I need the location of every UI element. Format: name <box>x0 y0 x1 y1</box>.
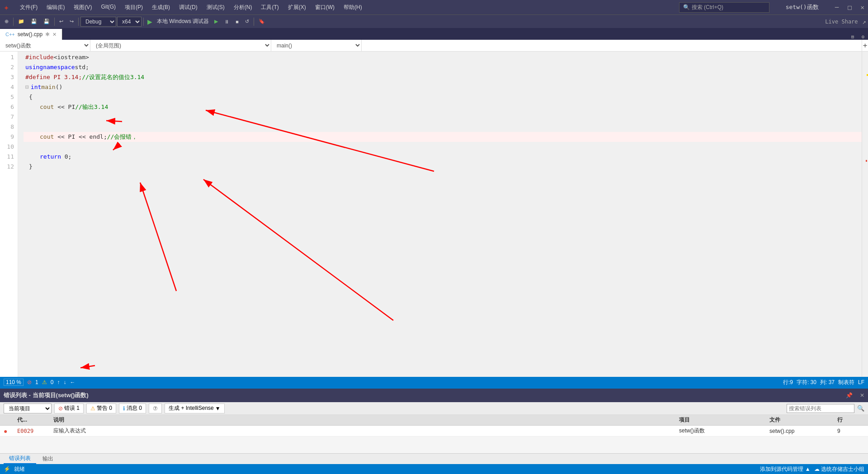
toolbar-restart-btn[interactable]: ↺ <box>242 18 252 25</box>
menu-analyze[interactable]: 分析(N) <box>230 3 256 12</box>
panel-pin-btn[interactable]: ⊞ <box>848 34 858 40</box>
vs-logo: ✦ <box>4 2 9 13</box>
error-row-description: 应输入表达式 <box>53 427 679 435</box>
encoding-indicator: LF <box>858 379 864 385</box>
menu-git[interactable]: Git(G) <box>97 3 119 12</box>
error-row-code: E0029 <box>17 428 53 434</box>
code-line-9: cout << PI << endl; //会报错， <box>24 132 862 142</box>
status-bar: 110 % ⊘ 1 ⚠ 0 ↑ ↓ ← 行:9 字符: 30 列: 37 制表符… <box>0 377 868 388</box>
zoom-level[interactable]: 110 % <box>4 379 24 386</box>
col-line: 行 <box>837 416 864 424</box>
menu-edit[interactable]: 编辑(E) <box>43 3 68 12</box>
code-line-2: using namespace std; <box>24 62 862 72</box>
live-share-icon: ↗ <box>863 18 866 25</box>
intellisense-badge-label: 生成 + IntelliSense <box>169 404 214 412</box>
context-dropdown[interactable]: (全局范围) <box>90 40 271 51</box>
scope-dropdown[interactable]: setw()函数 <box>0 40 90 51</box>
code-token: } <box>25 162 33 172</box>
code-line-5: { <box>24 92 862 102</box>
menu-project[interactable]: 项目(P) <box>121 3 146 12</box>
menu-window[interactable]: 窗口(W) <box>311 3 338 12</box>
nav-add-btn[interactable]: + <box>862 40 868 51</box>
toolbar-step-btn[interactable]: ▶ <box>212 18 221 25</box>
code-token: namespace <box>43 62 75 72</box>
error-filter-dropdown[interactable]: 当前项目 整个解决方案 <box>4 404 52 413</box>
menu-extend[interactable]: 扩展(X) <box>284 3 310 12</box>
run-debugger-btn[interactable]: ▶ <box>146 18 154 25</box>
panel-options-btn[interactable]: ⚙ <box>858 34 868 40</box>
code-token: #define PI 3.14; <box>25 72 82 82</box>
toolbar-saveall-btn[interactable]: 💾 <box>41 18 52 25</box>
bottom-status-bar: ⚡ 就绪 添加到源代码管理 ▲ ☁ 选统存储吉士小组 <box>0 464 868 474</box>
tab-close-button[interactable]: ✕ <box>52 32 57 38</box>
tab-setw-cpp[interactable]: C++ setw().cpp ✱ ✕ <box>0 29 62 40</box>
tab-label: setw().cpp <box>18 31 42 38</box>
toolbar-stop-btn[interactable]: ■ <box>233 18 241 25</box>
panel-close-icon[interactable]: ✕ <box>860 392 864 399</box>
error-badge-btn[interactable]: ⊘ 错误 1 <box>54 404 84 413</box>
code-empty <box>25 112 29 122</box>
debug-config-dropdown[interactable]: Debug Release <box>80 17 116 27</box>
error-count[interactable]: 1 <box>35 379 38 385</box>
code-token: int <box>31 82 41 92</box>
intellisense-badge-btn[interactable]: 生成 + IntelliSense ▼ <box>165 404 225 413</box>
maximize-button[interactable]: □ <box>848 4 851 11</box>
live-share-button[interactable]: Live Share <box>825 19 858 25</box>
col-code: 代... <box>17 416 53 424</box>
symbol-dropdown[interactable]: main() <box>271 40 362 51</box>
menu-bar: 文件(F) 编辑(E) 视图(V) Git(G) 项目(P) 生成(B) 调试(… <box>16 3 366 12</box>
menu-view[interactable]: 视图(V) <box>70 3 95 12</box>
menu-build[interactable]: 生成(B) <box>148 3 174 12</box>
tab-file-icon: C++ <box>5 32 15 37</box>
tab-error-list[interactable]: 错误列表 <box>4 454 36 464</box>
editor-scrollbar[interactable] <box>862 52 868 377</box>
col-file: 文件 <box>769 416 837 424</box>
warning-badge-btn[interactable]: ⚠ 警告 0 <box>86 404 116 413</box>
menu-file[interactable]: 文件(F) <box>16 3 41 12</box>
panel-pin-icon[interactable]: 📌 <box>846 392 853 399</box>
tab-output[interactable]: 输出 <box>37 454 59 464</box>
error-search-input[interactable] <box>787 404 854 413</box>
error-table-body: ● E0029 应输入表达式 setw()函数 setw().cpp 9 <box>0 426 868 453</box>
toolbar-redo-btn[interactable]: ↪ <box>67 18 76 25</box>
toolbar-newfile-btn[interactable]: ⊕ <box>2 18 11 25</box>
toolbar-pause-btn[interactable]: ⏸ <box>222 18 232 25</box>
code-empty <box>25 142 29 152</box>
error-search-icon: 🔍 <box>857 405 864 412</box>
warning-count[interactable]: 0 <box>51 379 54 385</box>
window-title: setw()函数 <box>786 3 819 11</box>
menu-tools[interactable]: 工具(T) <box>257 3 282 12</box>
toolbar-separator-5 <box>254 18 254 26</box>
close-button[interactable]: ✕ <box>861 4 864 11</box>
toolbar-undo-btn[interactable]: ↩ <box>57 18 66 25</box>
cloud-sync-btn[interactable]: ☁ 选统存储吉士小组 <box>814 465 864 473</box>
col-indicator: 列: 37 <box>820 379 835 386</box>
toolbar-separator-3 <box>78 18 79 26</box>
error-panel-title: 错误列表 - 当前项目(setw()函数) <box>4 391 89 399</box>
menu-test[interactable]: 测试(S) <box>203 3 228 12</box>
error-row-1[interactable]: ● E0029 应输入表达式 setw()函数 setw().cpp 9 <box>0 426 868 436</box>
search-box[interactable]: 🔍 搜索 (Ctrl+Q) <box>679 2 769 13</box>
warning-badge-label: 警告 0 <box>97 404 112 412</box>
platform-dropdown[interactable]: x64 x86 <box>117 17 142 27</box>
scroll-error-marker <box>866 160 867 162</box>
source-control-btn[interactable]: 添加到源代码管理 ▲ <box>760 465 810 473</box>
toolbar-open-btn[interactable]: 📁 <box>15 18 27 25</box>
code-token: <iostream> <box>54 52 89 62</box>
code-editor[interactable]: #include <iostream> using namespace std;… <box>18 52 862 377</box>
minimize-button[interactable]: ─ <box>835 4 839 11</box>
plus-icon: + <box>863 41 868 50</box>
nav-left-icon[interactable]: ← <box>70 379 75 385</box>
nav-up-icon[interactable]: ↑ <box>57 379 60 385</box>
toolbar-bookmark-btn[interactable]: 🔖 <box>256 18 268 25</box>
menu-help[interactable]: 帮助(H) <box>340 3 366 12</box>
code-line-6: cout << PI //输出3.14 <box>24 102 862 112</box>
toolbar-separator-1 <box>13 18 14 26</box>
menu-debug[interactable]: 调试(D) <box>175 3 201 12</box>
info-badge-btn[interactable]: ℹ 消息 0 <box>119 404 146 413</box>
row-indicator: 行:9 <box>783 379 793 386</box>
error-toolbar: 当前项目 整个解决方案 ⊘ 错误 1 ⚠ 警告 0 ℹ 消息 0 ⑦ 生成 + … <box>0 402 868 415</box>
nav-down-icon[interactable]: ↓ <box>63 379 66 385</box>
collapse-icon: ⊟ <box>25 82 29 92</box>
toolbar-save-btn[interactable]: 💾 <box>28 18 40 25</box>
